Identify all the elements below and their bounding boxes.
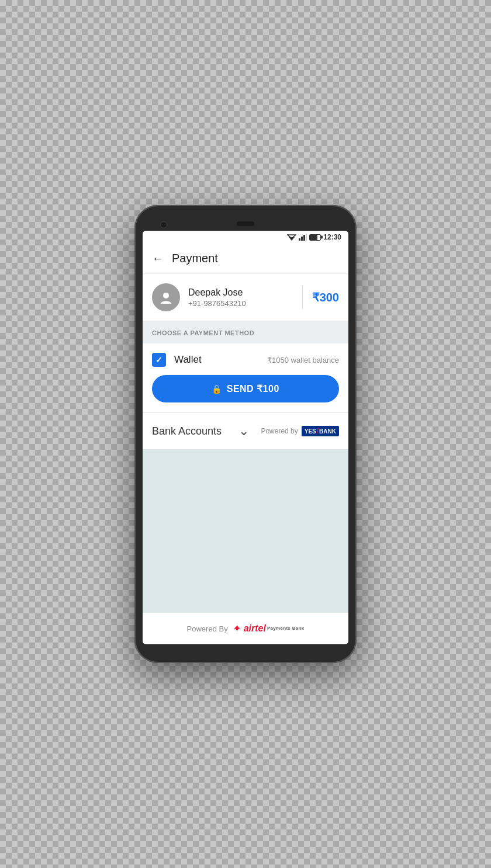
empty-area — [143, 449, 348, 613]
phone-top-bar — [143, 213, 348, 231]
powered-by-prefix: Powered by — [261, 427, 298, 435]
page-title: Payment — [172, 252, 218, 265]
phone-bottom-bar — [143, 644, 348, 655]
yes-bank-slash: / — [317, 427, 319, 435]
chevron-down-icon: ⌄ — [238, 423, 249, 439]
svg-rect-2 — [299, 238, 300, 241]
yes-bank-yes: YES — [305, 428, 316, 435]
svg-marker-0 — [289, 237, 295, 241]
phone-screen: 12:30 ← Payment Deepak Jose +91-98765432… — [143, 231, 348, 644]
status-time: 12:30 — [323, 233, 341, 241]
airtel-brand: airtel — [244, 623, 266, 634]
payment-method-section: CHOOSE A PAYMENT METHOD — [143, 321, 348, 343]
wallet-label: Wallet — [174, 354, 267, 366]
battery-icon — [309, 234, 321, 241]
svg-point-6 — [163, 293, 169, 298]
status-bar: 12:30 — [143, 231, 348, 244]
phone-device: 12:30 ← Payment Deepak Jose +91-98765432… — [134, 205, 357, 663]
bank-accounts-label: Bank Accounts — [152, 425, 238, 438]
footer-powered-text: Powered By — [187, 624, 228, 633]
user-icon — [158, 290, 174, 305]
recipient-row: Deepak Jose +91-9876543210 ₹300 — [143, 274, 348, 321]
airtel-icon: ✦ — [233, 622, 241, 635]
lock-icon: 🔒 — [212, 384, 222, 394]
amount-display: ₹300 — [312, 290, 339, 304]
back-button[interactable]: ← — [152, 252, 164, 265]
wallet-balance: ₹1050 wallet balance — [267, 356, 339, 364]
wallet-row: ✓ Wallet ₹1050 wallet balance — [152, 353, 339, 367]
amount-divider — [302, 286, 303, 309]
signal-icon — [299, 234, 307, 241]
checkmark-icon: ✓ — [155, 355, 162, 364]
airtel-logo: ✦ airtel Payments Bank — [233, 622, 305, 635]
send-button-label: SEND ₹100 — [227, 383, 279, 394]
send-button[interactable]: 🔒 SEND ₹100 — [152, 375, 339, 402]
airtel-payments-text: Payments Bank — [267, 626, 304, 631]
yes-bank-badge: YES/BANK — [302, 426, 339, 436]
yes-bank-bank: BANK — [319, 428, 336, 435]
wallet-checkbox[interactable]: ✓ — [152, 353, 166, 367]
airtel-payments-label: Payments Bank — [267, 626, 304, 631]
phone-earpiece — [237, 221, 254, 226]
wifi-icon — [287, 234, 296, 241]
app-header: ← Payment — [143, 244, 348, 274]
phone-camera — [160, 221, 167, 228]
recipient-phone: +91-9876543210 — [188, 299, 293, 308]
powered-by-yes-bank: Powered by YES/BANK — [261, 426, 339, 436]
payment-method-label: CHOOSE A PAYMENT METHOD — [152, 329, 254, 336]
svg-marker-1 — [288, 235, 296, 238]
status-icons: 12:30 — [287, 233, 341, 241]
svg-rect-4 — [303, 235, 305, 241]
wallet-card: ✓ Wallet ₹1050 wallet balance 🔒 SEND ₹10… — [143, 343, 348, 412]
svg-rect-3 — [301, 237, 303, 241]
avatar — [152, 283, 180, 311]
footer: Powered By ✦ airtel Payments Bank — [143, 613, 348, 644]
recipient-info: Deepak Jose +91-9876543210 — [188, 287, 293, 308]
bank-accounts-row[interactable]: Bank Accounts ⌄ Powered by YES/BANK — [143, 412, 348, 449]
recipient-name: Deepak Jose — [188, 287, 293, 298]
svg-rect-5 — [306, 234, 307, 241]
